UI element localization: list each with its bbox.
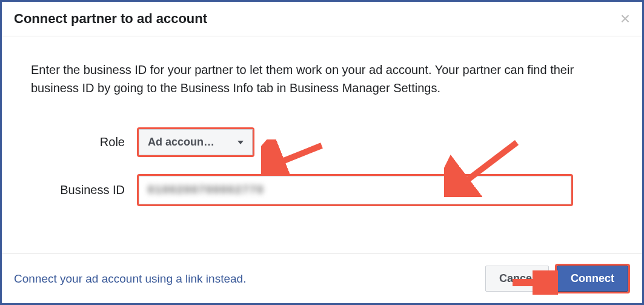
cancel-button[interactable]: Cancel [485,266,549,292]
dialog-body: Enter the business ID for your partner t… [2,36,642,253]
role-label: Role [31,135,137,149]
use-link-instead[interactable]: Connect your ad account using a link ins… [14,272,246,286]
dialog-title: Connect partner to ad account [14,11,207,27]
dialog-footer: Connect your ad account using a link ins… [2,253,642,303]
dialog-container: Connect partner to ad account × Enter th… [0,0,644,305]
business-id-input[interactable]: 0100200700002770 [139,176,571,204]
role-row: Role Ad accoun… [31,127,613,157]
business-id-value: 0100200700002770 [148,184,264,196]
business-id-row: Business ID 0100200700002770 [31,174,613,206]
connect-button-highlight: Connect [555,264,630,293]
chevron-down-icon [237,141,244,144]
footer-buttons: Cancel Connect [485,264,630,293]
connect-button[interactable]: Connect [557,266,628,292]
role-dropdown[interactable]: Ad accoun… [139,129,253,155]
role-dropdown-highlight: Ad accoun… [137,127,254,157]
role-dropdown-value: Ad accoun… [148,136,214,148]
business-id-label: Business ID [31,183,137,197]
close-icon[interactable]: × [620,10,630,27]
dialog-header: Connect partner to ad account × [2,2,642,36]
business-id-input-highlight: 0100200700002770 [137,174,573,206]
dialog-description: Enter the business ID for your partner t… [31,61,613,97]
